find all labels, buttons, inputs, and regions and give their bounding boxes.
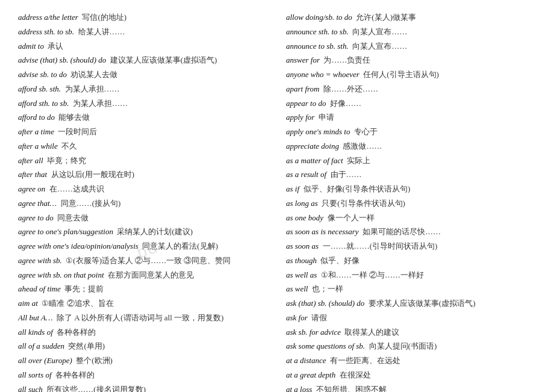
list-item: all such 所有这些……(接名词用复数) xyxy=(18,383,268,393)
phrase: announce sth. to sb. xyxy=(286,27,349,36)
phrase: at a great depth xyxy=(286,370,335,379)
phrase: as a matter of fact xyxy=(286,156,343,165)
list-item: ask sb. for advice 取得某人的建议 xyxy=(286,326,536,340)
list-item: after that 从这以后(用一般现在时) xyxy=(18,168,268,182)
list-item: ask (that) sb. (should) do 要求某人应该做某事(虚拟语… xyxy=(286,297,536,311)
meaning: 为某人承担…… xyxy=(65,84,120,93)
meaning: 也；一样 xyxy=(312,284,343,293)
meaning: 实际上 xyxy=(347,156,370,165)
meaning: 向某人宣布…… xyxy=(352,42,407,51)
phrase: answer for xyxy=(286,55,320,64)
list-item: announce sth. to sb. 向某人宣布…… xyxy=(286,25,536,39)
phrase: ask some questions of sb. xyxy=(286,341,365,350)
phrase: address a/the letter xyxy=(18,13,78,22)
meaning: 要求某人应该做某事(虚拟语气) xyxy=(369,299,476,308)
list-item: apply one's minds to 专心于 xyxy=(286,125,536,139)
list-item: agree to one's plan/suggestion 采纳某人的计划(建… xyxy=(18,225,268,239)
meaning: 为某人承担…… xyxy=(73,99,128,108)
meaning: 好像…… xyxy=(330,99,361,108)
phrase: advise (that) sb. (should) do xyxy=(18,55,106,64)
meaning: 似乎、好像(引导条件状语从句) xyxy=(303,184,411,193)
list-item: after a while 不久 xyxy=(18,140,268,154)
phrase: as well as xyxy=(286,270,317,279)
phrase: agree to do xyxy=(18,213,54,222)
phrase: agree with sb. on that point xyxy=(18,270,104,279)
meaning: 取得某人的建议 xyxy=(344,328,399,337)
meaning: 由于…… xyxy=(331,170,362,179)
meaning: ①和……一样 ②与……一样好 xyxy=(321,270,424,279)
list-item: ahead of time 事先；提前 xyxy=(18,282,268,296)
meaning: 向某人宣布…… xyxy=(352,27,407,36)
phrase: apply for xyxy=(286,113,314,122)
list-item: apply for 申请 xyxy=(286,111,536,125)
meaning: 申请 xyxy=(319,113,334,122)
meaning: 承认 xyxy=(48,42,63,51)
phrase: at a distance xyxy=(286,356,326,365)
meaning: 向某人提问(书面语) xyxy=(369,341,437,350)
list-item: as soon as is necessary 如果可能的话尽快…… xyxy=(286,225,536,239)
phrase: aim at xyxy=(18,299,38,308)
list-item: advise sb. to do 劝说某人去做 xyxy=(18,68,268,82)
meaning: 请假 xyxy=(311,313,327,322)
phrase: ask (that) sb. (should) do xyxy=(286,299,364,308)
phrase: as well xyxy=(286,284,308,293)
meaning: 突然(单用) xyxy=(68,341,105,350)
phrase: appreciate doing xyxy=(286,142,339,151)
meaning: 在……达成共识 xyxy=(49,184,104,193)
phrase: advise sb. to do xyxy=(18,70,67,79)
list-item: all sorts of 各种各样的 xyxy=(18,369,268,382)
phrase: afford sth. to sb. xyxy=(18,99,69,108)
meaning: 专心于 xyxy=(354,127,378,136)
phrase: agree with one's idea/opinion/analysis xyxy=(18,241,138,250)
list-item: as soon as 一……就……(引导时间状语从句) xyxy=(286,240,536,254)
meaning: 在很深处 xyxy=(340,370,371,379)
list-item: allow doing/sb. to do 允许(某人)做某事 xyxy=(286,11,536,25)
left-column: address a/the letter 写信(的地址)address sth.… xyxy=(18,11,268,392)
meaning: 除了 A 以外所有人(谓语动词与 all 一致，用复数) xyxy=(57,313,223,322)
phrase: afford sb. sth. xyxy=(18,84,61,93)
phrase: as though xyxy=(286,256,317,265)
list-item: afford to do 能够去做 xyxy=(18,111,268,125)
meaning: 毕竟；终究 xyxy=(47,156,86,165)
list-item: agree to do 同意去做 xyxy=(18,211,268,225)
meaning: ①瞄准 ②追求、旨在 xyxy=(42,299,113,308)
meaning: 所有这些……(接名词用复数) xyxy=(46,385,146,393)
meaning: 在那方面同意某人的意见 xyxy=(108,270,194,279)
phrase: as one body xyxy=(286,213,323,222)
list-item: as one body 像一个人一样 xyxy=(286,211,536,225)
list-item: all of a sudden 突然(单用) xyxy=(18,340,268,353)
meaning: 一段时间后 xyxy=(58,127,97,136)
meaning: 同意某人的看法(见解) xyxy=(142,241,218,250)
phrase: as a result of xyxy=(286,170,326,179)
phrase: all kinds of xyxy=(18,328,53,337)
phrase: after a time xyxy=(18,127,54,136)
meaning: 事先；提前 xyxy=(64,284,104,293)
meaning: 给某人讲…… xyxy=(78,27,125,36)
phrase: allow doing/sb. to do xyxy=(286,13,352,22)
phrase: as if xyxy=(286,184,299,193)
phrase: All but A… xyxy=(18,313,53,322)
meaning: 如果可能的话尽快…… xyxy=(363,227,441,236)
list-item: ask some questions of sb. 向某人提问(书面语) xyxy=(286,340,536,353)
list-item: address a/the letter 写信(的地址) xyxy=(18,11,268,25)
list-item: appear to do 好像…… xyxy=(286,97,536,111)
phrase: address sth. to sb. xyxy=(18,27,74,36)
phrase: all of a sudden xyxy=(18,341,64,350)
list-item: as though 似乎、好像 xyxy=(286,254,536,268)
list-item: as a matter of fact 实际上 xyxy=(286,154,536,168)
phrase: apart from xyxy=(286,84,320,93)
list-item: apart from 除……外还…… xyxy=(286,82,536,96)
list-item: as long as 只要(引导条件状语从句) xyxy=(286,197,536,211)
list-item: after a time 一段时间后 xyxy=(18,125,268,139)
meaning: 各种各样的 xyxy=(55,370,95,379)
list-item: afford sb. sth. 为某人承担…… xyxy=(18,82,268,96)
meaning: 同意……(接从句) xyxy=(61,199,121,208)
phrase: all sorts of xyxy=(18,370,52,379)
meaning: 建议某人应该做某事(虚拟语气) xyxy=(110,55,217,64)
list-item: as a result of 由于…… xyxy=(286,168,536,182)
meaning: 写信(的地址) xyxy=(82,13,126,22)
list-item: advise (that) sb. (should) do 建议某人应该做某事(… xyxy=(18,54,268,67)
list-item: aim at ①瞄准 ②追求、旨在 xyxy=(18,297,268,311)
list-item: anyone who = whoever 任何人(引导主语从句) xyxy=(286,68,536,82)
list-item: appreciate doing 感激做…… xyxy=(286,140,536,154)
